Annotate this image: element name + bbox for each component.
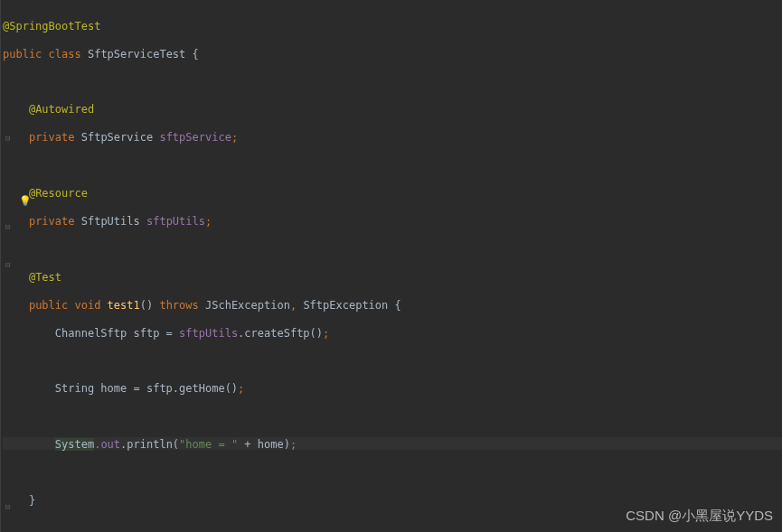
code-area[interactable]: @SpringBootTest public class SftpService… (1, 0, 782, 532)
type: SftpUtils (81, 215, 146, 228)
keyword-class: class (49, 48, 88, 61)
annotation: @Resource (29, 187, 88, 200)
keyword-throws: throws (159, 299, 205, 312)
code-editor[interactable]: ⊟ 💡 ⊟ ⊟ ⊟ @SpringBootTest public class S… (0, 0, 782, 532)
keyword-public: public (29, 299, 75, 312)
exception: JSchException (205, 299, 290, 312)
semicolon: ; (290, 438, 297, 451)
text: + home) (238, 438, 290, 451)
text: String home = sftp.getHome() (55, 382, 238, 395)
text: .createSftp() (238, 327, 323, 340)
gutter: ⊟ 💡 ⊟ ⊟ ⊟ (0, 0, 1, 532)
exception: SftpException { (303, 299, 400, 312)
text: () (140, 299, 160, 312)
keyword-private: private (29, 215, 81, 228)
brace: } (29, 494, 35, 507)
semicolon: ; (231, 131, 238, 144)
fold-icon[interactable]: ⊟ (5, 501, 10, 513)
fold-icon[interactable]: ⊟ (5, 133, 10, 145)
keyword-private: private (29, 131, 81, 144)
text: System (55, 438, 94, 451)
comma: , (290, 299, 303, 312)
intention-bulb-icon[interactable]: 💡 (19, 194, 32, 208)
text: ChannelSftp sftp = (55, 327, 179, 340)
annotation: @SpringBootTest (3, 20, 100, 33)
semicolon: ; (205, 215, 212, 228)
keyword-void: void (74, 299, 107, 312)
fold-icon[interactable]: ⊟ (5, 259, 10, 271)
field: sftpUtils (146, 215, 205, 228)
semicolon: ; (238, 382, 244, 395)
field: sftpService (159, 131, 231, 144)
annotation: @Autowired (29, 103, 94, 116)
type: SftpService (81, 131, 160, 144)
string: "home = " (179, 438, 238, 451)
text: .println( (120, 438, 179, 451)
keyword-public: public (3, 48, 49, 61)
semicolon: ; (323, 327, 329, 340)
watermark: CSDN @小黑屋说YYDS (626, 506, 773, 525)
field: sftpUtils (179, 327, 238, 340)
field: .out (94, 438, 120, 451)
fold-icon[interactable]: ⊟ (5, 221, 10, 233)
class-name: SftpServiceTest { (88, 48, 199, 61)
method-name: test1 (108, 299, 140, 312)
annotation: @Test (29, 271, 61, 284)
